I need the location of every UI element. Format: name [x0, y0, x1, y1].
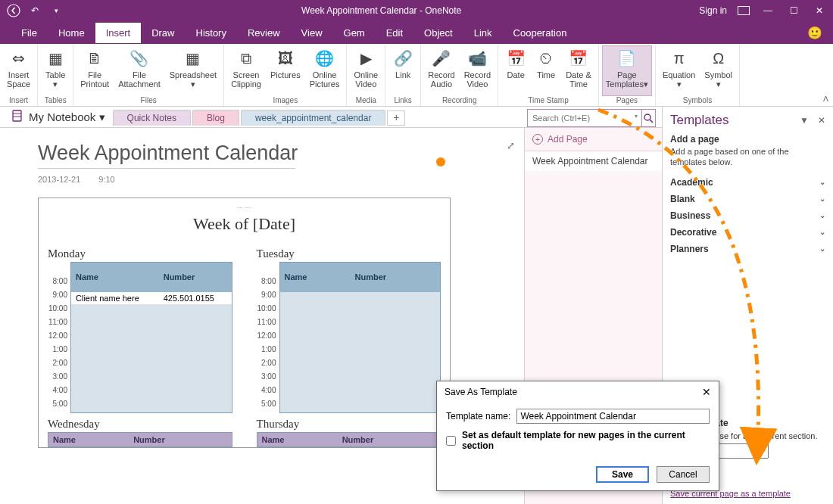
screen-clipping-button[interactable]: ⧉ScreenClipping — [227, 45, 265, 96]
section-tab[interactable]: Blog — [192, 110, 239, 126]
file-attachment-button[interactable]: 📎FileAttachment — [114, 45, 164, 96]
page-date: 2013-12-21 — [38, 175, 80, 184]
file-attachment-icon: 📎 — [129, 48, 150, 69]
template-category[interactable]: Academic⌄ — [670, 174, 825, 191]
record-audio-button[interactable]: 🎤RecordAudio — [424, 45, 458, 96]
save-as-template-dialog: Save As Template ✕ Template name: Set as… — [436, 381, 719, 491]
template-name-input[interactable] — [516, 409, 710, 424]
search-scope-caret-icon[interactable]: ▾ — [635, 113, 638, 120]
date-button[interactable]: 📅Date — [501, 45, 530, 96]
pictures-button[interactable]: 🖼Pictures — [267, 45, 304, 96]
online-video-icon: ▶ — [355, 48, 376, 69]
section-tab[interactable]: week_appointment_calendar — [241, 110, 385, 126]
menu-home[interactable]: Home — [48, 23, 95, 43]
templates-add-desc: Add a page based on one of the templates… — [670, 146, 825, 168]
default-template-checkbox-label: Set as default template for new pages in… — [462, 430, 710, 451]
menu-gem[interactable]: Gem — [333, 23, 376, 43]
templates-add-heading: Add a page — [670, 134, 825, 145]
page-templates-icon: 📄 — [616, 48, 638, 69]
record-audio-icon: 🎤 — [431, 48, 452, 69]
menu-history[interactable]: History — [186, 23, 237, 43]
dialog-cancel-button[interactable]: Cancel — [657, 466, 710, 483]
page-time: 9:10 — [98, 175, 114, 184]
menu-draw[interactable]: Draw — [141, 23, 185, 43]
sign-in-link[interactable]: Sign in — [699, 5, 727, 16]
plus-icon: + — [532, 134, 543, 145]
online-pictures-icon: 🌐 — [314, 48, 335, 69]
template-category[interactable]: Business⌄ — [670, 207, 825, 224]
template-category[interactable]: Decorative⌄ — [670, 224, 825, 241]
page-meta: 2013-12-21 9:10 — [38, 175, 524, 184]
symbol-icon: Ω — [708, 48, 729, 69]
online-pictures-button[interactable]: 🌐OnlinePictures — [306, 45, 344, 96]
titlebar: ↶ ▾ Week Appointment Calendar - OneNote … — [0, 0, 833, 21]
file-printout-button[interactable]: 🗎FilePrintout — [76, 45, 113, 96]
spreadsheet-button[interactable]: ▦Spreadsheet▾ — [166, 45, 220, 96]
insert-space-icon: ⇔ — [8, 48, 30, 69]
pane-options-icon[interactable]: ▼ — [800, 115, 809, 126]
menubar: FileHomeInsertDrawHistoryReviewViewGemEd… — [0, 21, 833, 44]
back-icon[interactable] — [6, 3, 21, 18]
equation-icon: π — [669, 48, 690, 69]
day-table[interactable]: NameNumberClient name here425.501.0155 — [70, 262, 232, 413]
dialog-save-button[interactable]: Save — [596, 466, 649, 483]
ribbon: ⇔InsertSpaceInsert▦Table▾Tables🗎FilePrin… — [0, 44, 833, 107]
template-name-label: Template name: — [446, 411, 510, 422]
menu-file[interactable]: File — [11, 23, 48, 43]
qat-caret-icon[interactable]: ▾ — [48, 3, 64, 18]
expand-page-icon[interactable]: ⤢ — [507, 140, 515, 151]
time-icon: ⏲ — [535, 48, 557, 69]
add-section-button[interactable]: + — [387, 110, 405, 126]
day-heading: Monday — [48, 247, 232, 260]
date-time-icon: 📅 — [568, 48, 589, 69]
day-table[interactable]: NameNumber — [279, 262, 441, 413]
page-templates-button[interactable]: 📄PageTemplates▾ — [602, 45, 652, 96]
menu-edit[interactable]: Edit — [376, 23, 413, 43]
template-category[interactable]: Blank⌄ — [670, 191, 825, 207]
notebook-selector[interactable]: My Notebook ▾ — [5, 109, 111, 125]
online-video-button[interactable]: ▶OnlineVideo — [350, 45, 382, 96]
menu-cooperation[interactable]: Cooperation — [503, 23, 578, 43]
drag-handle-icon[interactable]: ⋯⋯ — [48, 204, 441, 211]
equation-button[interactable]: πEquation▾ — [659, 45, 699, 96]
section-tab[interactable]: Quick Notes — [113, 110, 191, 126]
record-video-button[interactable]: 📹RecordVideo — [460, 45, 494, 96]
add-page-button[interactable]: + Add Page — [525, 128, 662, 151]
dialog-title: Save As Template — [445, 387, 517, 397]
close-icon[interactable]: ✕ — [812, 3, 827, 18]
page-title[interactable]: Week Appointment Calendar — [38, 142, 524, 165]
undo-icon[interactable]: ↶ — [27, 3, 42, 18]
template-category[interactable]: Planners⌄ — [670, 241, 825, 257]
date-time-button[interactable]: 📅Date &Time — [562, 45, 595, 96]
symbol-button[interactable]: ΩSymbol▾ — [700, 45, 736, 96]
record-video-icon: 📹 — [466, 48, 488, 69]
link-button[interactable]: 🔗Link — [388, 45, 417, 96]
notebook-icon — [11, 109, 24, 125]
menu-link[interactable]: Link — [463, 23, 503, 43]
day-table[interactable]: NameNumber — [48, 432, 232, 447]
insert-space-button[interactable]: ⇔InsertSpace — [3, 45, 34, 96]
search-input[interactable] — [527, 109, 642, 127]
ribbon-collapse-icon[interactable]: ᐱ — [823, 95, 828, 103]
screen-clipping-icon: ⧉ — [236, 48, 257, 69]
dialog-close-icon[interactable]: ✕ — [702, 386, 711, 398]
maximize-icon[interactable]: ☐ — [786, 3, 801, 18]
menu-review[interactable]: Review — [237, 23, 291, 43]
time-button[interactable]: ⏲Time — [532, 45, 560, 96]
feedback-smiley-icon[interactable]: 🙂 — [807, 26, 822, 40]
menu-object[interactable]: Object — [413, 23, 463, 43]
calendar-container[interactable]: ⋯⋯ Week of [Date] Monday8:009:0010:0011:… — [38, 198, 451, 448]
menu-view[interactable]: View — [291, 23, 333, 43]
day-heading: Thursday — [257, 418, 441, 431]
svg-point-4 — [644, 114, 650, 120]
spreadsheet-icon: ▦ — [183, 48, 204, 69]
search-button[interactable] — [642, 109, 656, 127]
minimize-icon[interactable]: ― — [760, 3, 775, 18]
pane-close-icon[interactable]: ✕ — [818, 115, 825, 126]
day-table[interactable]: NameNumber — [257, 432, 441, 447]
default-template-checkbox[interactable] — [446, 436, 456, 446]
page-list-item[interactable]: Week Appointment Calendar — [525, 151, 662, 171]
menu-insert[interactable]: Insert — [95, 23, 142, 43]
table-button[interactable]: ▦Table▾ — [41, 45, 70, 96]
ribbon-display-icon[interactable] — [738, 6, 750, 15]
